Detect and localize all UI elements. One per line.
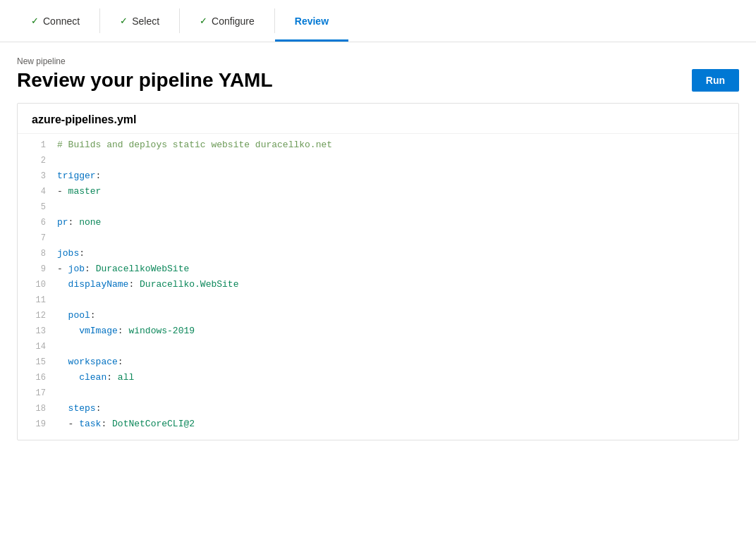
code-line-11: 11 xyxy=(18,295,738,310)
step-connect[interactable]: ✓ Connect xyxy=(11,0,99,42)
code-line-18: 18 steps: xyxy=(18,403,738,419)
step-select-label: Select xyxy=(132,16,159,27)
code-editor[interactable]: 1 # Builds and deploys static website du… xyxy=(18,134,738,440)
line-num-4: 4 xyxy=(26,187,46,197)
step-select[interactable]: ✓ Select xyxy=(100,0,179,42)
step-configure[interactable]: ✓ Configure xyxy=(180,0,274,42)
line-num-16: 16 xyxy=(26,373,46,383)
line-content-12: pool: xyxy=(57,310,96,321)
line-content-10: displayName: Duracellko.WebSite xyxy=(57,279,238,290)
page-subtitle: New pipeline xyxy=(17,56,739,66)
line-num-19: 19 xyxy=(26,419,46,429)
check-icon-configure: ✓ xyxy=(200,16,207,26)
code-line-13: 13 vmImage: windows-2019 xyxy=(18,326,738,341)
line-content-1: # Builds and deploys static website dura… xyxy=(57,140,332,150)
stepper: ✓ Connect ✓ Select ✓ Configure Review xyxy=(0,0,756,42)
code-line-16: 16 clean: all xyxy=(18,372,738,388)
line-num-1: 1 xyxy=(26,140,46,150)
line-num-7: 7 xyxy=(26,233,46,243)
line-content-16: clean: all xyxy=(57,372,134,383)
step-connect-label: Connect xyxy=(43,16,80,27)
line-num-17: 17 xyxy=(26,388,46,398)
run-button[interactable]: Run xyxy=(692,69,739,92)
code-line-12: 12 pool: xyxy=(18,310,738,326)
step-review[interactable]: Review xyxy=(275,0,348,42)
code-line-10: 10 displayName: Duracellko.WebSite xyxy=(18,279,738,295)
check-icon-select: ✓ xyxy=(120,16,128,26)
code-line-17: 17 xyxy=(18,388,738,403)
line-content-11 xyxy=(57,295,63,305)
line-content-15: workspace: xyxy=(57,357,123,367)
code-line-9: 9 - job: DuracellkoWebSite xyxy=(18,264,738,279)
line-num-6: 6 xyxy=(26,218,46,228)
line-content-8: jobs: xyxy=(57,248,85,259)
line-content-18: steps: xyxy=(57,403,101,414)
code-line-6: 6 pr: none xyxy=(18,217,738,233)
code-line-2: 2 xyxy=(18,155,738,171)
line-num-8: 8 xyxy=(26,249,46,259)
line-content-9: - job: DuracellkoWebSite xyxy=(57,264,189,274)
code-line-7: 7 xyxy=(18,233,738,248)
step-review-label: Review xyxy=(295,16,329,27)
line-num-18: 18 xyxy=(26,404,46,414)
line-num-13: 13 xyxy=(26,326,46,336)
line-content-2 xyxy=(57,155,63,166)
code-line-8: 8 jobs: xyxy=(18,248,738,264)
code-line-14: 14 xyxy=(18,341,738,357)
step-configure-label: Configure xyxy=(212,16,255,27)
code-filename: azure-pipelines.yml xyxy=(18,104,738,134)
code-panel: azure-pipelines.yml 1 # Builds and deplo… xyxy=(17,103,739,440)
line-num-11: 11 xyxy=(26,295,46,305)
code-line-4: 4 - master xyxy=(18,186,738,202)
check-icon-connect: ✓ xyxy=(31,16,39,26)
page-title: Review your pipeline YAML xyxy=(17,69,273,92)
line-num-10: 10 xyxy=(26,280,46,290)
code-line-19: 19 - task: DotNetCoreCLI@2 xyxy=(18,419,738,434)
page-header: New pipeline Review your pipeline YAML R… xyxy=(0,42,756,103)
line-num-9: 9 xyxy=(26,264,46,274)
line-num-14: 14 xyxy=(26,342,46,352)
line-content-14 xyxy=(57,341,63,352)
line-num-12: 12 xyxy=(26,311,46,321)
code-line-1: 1 # Builds and deploys static website du… xyxy=(18,140,738,155)
line-num-5: 5 xyxy=(26,202,46,212)
line-content-5 xyxy=(57,202,63,212)
code-line-15: 15 workspace: xyxy=(18,357,738,372)
line-num-3: 3 xyxy=(26,171,46,181)
line-content-3: trigger: xyxy=(57,171,101,181)
line-content-7 xyxy=(57,233,63,243)
line-num-15: 15 xyxy=(26,357,46,367)
line-content-13: vmImage: windows-2019 xyxy=(57,326,195,336)
line-content-4: - master xyxy=(57,186,101,197)
line-content-19: - task: DotNetCoreCLI@2 xyxy=(57,419,195,429)
line-content-6: pr: none xyxy=(57,217,101,228)
page-title-row: Review your pipeline YAML Run xyxy=(17,69,739,92)
line-num-2: 2 xyxy=(26,156,46,166)
code-line-5: 5 xyxy=(18,202,738,217)
line-content-17 xyxy=(57,388,63,398)
code-line-3: 3 trigger: xyxy=(18,171,738,186)
